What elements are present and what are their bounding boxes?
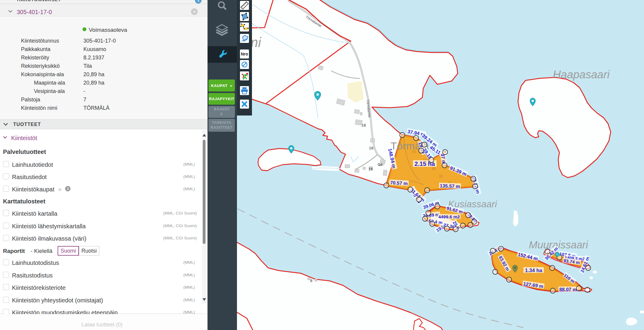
svg-text:16: 16 xyxy=(361,123,366,128)
svg-text:8: 8 xyxy=(310,278,313,283)
svg-text:16: 16 xyxy=(369,146,373,150)
svg-text:16: 16 xyxy=(368,167,373,171)
svg-text:4499.6 m2: 4499.6 m2 xyxy=(438,214,460,219)
svg-text:88.07 m: 88.07 m xyxy=(559,287,577,292)
svg-text:Haapasaari: Haapasaari xyxy=(553,68,610,81)
svg-text:16: 16 xyxy=(378,162,382,167)
svg-text:135.57 m: 135.57 m xyxy=(440,183,460,189)
svg-text:70.57 m: 70.57 m xyxy=(390,180,408,186)
svg-text:1.34 ha: 1.34 ha xyxy=(525,268,542,273)
